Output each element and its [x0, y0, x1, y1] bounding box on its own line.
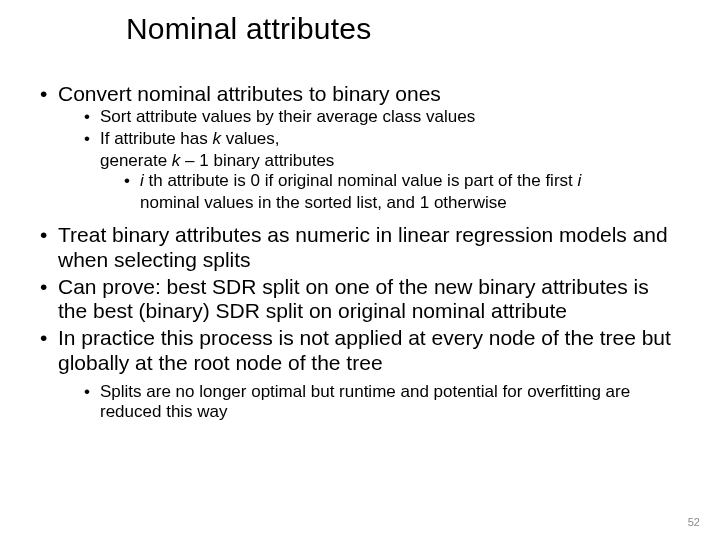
bullet-sort: Sort attribute values by their average c… [84, 107, 680, 127]
text: – 1 binary attributes [180, 151, 334, 170]
text: values, [221, 129, 280, 148]
var-k: k [212, 129, 221, 148]
bullet-practice: In practice this process is not applied … [40, 326, 680, 422]
bullet-splits: Splits are no longer optimal but runtime… [84, 382, 680, 422]
bullet-convert: Convert nominal attributes to binary one… [40, 82, 680, 213]
bullet-ith: i th attribute is 0 if original nominal … [124, 171, 680, 191]
text: th attribute is 0 if original nominal va… [149, 171, 578, 190]
text: generate [100, 151, 172, 170]
bullet-list: Convert nominal attributes to binary one… [40, 82, 680, 422]
var-i: i [577, 171, 581, 190]
page-number: 52 [688, 516, 700, 528]
bullet-ith-line2: nominal values in the sorted list, and 1… [124, 193, 680, 213]
text: In practice this process is not applied … [58, 326, 671, 374]
bullet-kvalues-line2: generate k – 1 binary attributes i th at… [84, 151, 680, 213]
bullet-treat: Treat binary attributes as numeric in li… [40, 223, 680, 273]
text: Convert nominal attributes to binary one… [58, 82, 441, 105]
bullet-prove: Can prove: best SDR split on one of the … [40, 275, 680, 325]
slide-body: Convert nominal attributes to binary one… [40, 82, 680, 424]
text: If attribute has [100, 129, 212, 148]
var-i: i [140, 171, 149, 190]
slide: Nominal attributes Convert nominal attri… [0, 0, 720, 540]
slide-title: Nominal attributes [126, 12, 371, 46]
bullet-kvalues: If attribute has k values, [84, 129, 680, 149]
